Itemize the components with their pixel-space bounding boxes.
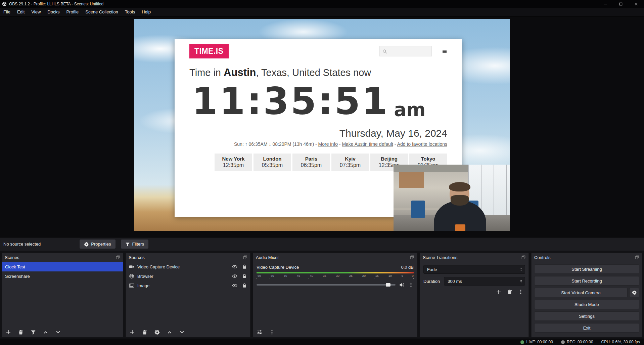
- scenes-panel-title: Scenes: [5, 255, 116, 260]
- menu-profile[interactable]: Profile: [63, 8, 82, 16]
- source-item-browser[interactable]: Browser: [126, 271, 250, 281]
- menu-docks[interactable]: Docks: [44, 8, 63, 16]
- duration-spinbox[interactable]: 300 ms: [444, 277, 525, 286]
- transition-select[interactable]: Fade: [423, 265, 525, 274]
- properties-button[interactable]: Properties: [80, 240, 115, 249]
- world-clock-kyiv: Kyiv07:35pm: [331, 154, 369, 171]
- popout-icon[interactable]: [410, 255, 414, 260]
- titlebar: OBS 29.1.2 - Profile: LLHLS BETA - Scene…: [0, 0, 644, 8]
- source-item-video-capture[interactable]: Video Capture Device: [126, 262, 250, 271]
- popout-icon[interactable]: [243, 255, 247, 260]
- menu-help[interactable]: Help: [138, 8, 154, 16]
- volume-meter: [257, 272, 414, 273]
- add-source-button[interactable]: [130, 330, 135, 335]
- live-status: LIVE: 00:00:00: [520, 340, 553, 344]
- globe-icon: [129, 273, 134, 279]
- scene-filters-button[interactable]: [31, 330, 36, 335]
- webcam-overlay: [394, 165, 510, 231]
- mixer-level-db: 0.0 dB: [401, 265, 414, 270]
- world-clock-newyork: New York12:35pm: [215, 154, 252, 171]
- menu-scene-collection[interactable]: Scene Collection: [82, 8, 122, 16]
- scene-transitions-panel: Scene Transitions Fade Duration 300 ms: [420, 253, 529, 337]
- close-button[interactable]: [629, 0, 644, 8]
- program-canvas[interactable]: TIME.IS Time in Austin, Texas, United St…: [134, 19, 510, 231]
- person-beard: [451, 195, 468, 206]
- transition-menu-button[interactable]: [518, 289, 523, 295]
- maximize-button[interactable]: [613, 0, 629, 8]
- filters-button[interactable]: Filters: [121, 240, 148, 249]
- add-favorite-link: Add to favorite locations: [397, 141, 447, 147]
- visibility-eye-icon[interactable]: [232, 283, 237, 288]
- remove-source-button[interactable]: [142, 330, 147, 335]
- timeis-heading: Time in Austin, Texas, United States now: [175, 58, 462, 79]
- webcam-chair: [411, 201, 425, 218]
- meter-ticks: [257, 278, 414, 279]
- person-snack: [455, 224, 465, 231]
- studio-mode-button[interactable]: Studio Mode: [534, 300, 639, 309]
- popout-icon[interactable]: [116, 255, 120, 260]
- start-streaming-button[interactable]: Start Streaming: [534, 264, 639, 274]
- volume-slider[interactable]: [257, 284, 396, 286]
- audio-mixer-panel-title: Audio Mixer: [256, 255, 410, 260]
- world-clock-london: London05:35pm: [254, 154, 291, 171]
- cpu-fps-status: CPU: 0.6%, 30.00 fps: [601, 340, 640, 344]
- minimize-button[interactable]: [598, 0, 613, 8]
- no-source-label: No source selected: [3, 242, 41, 247]
- scene-up-button[interactable]: [43, 330, 48, 335]
- source-properties-button[interactable]: [154, 330, 160, 335]
- source-up-button[interactable]: [167, 330, 172, 335]
- context-bar: No source selected Properties Filters: [0, 237, 644, 251]
- spinner-arrows-icon[interactable]: [519, 279, 523, 283]
- obs-window: OBS 29.1.2 - Profile: LLHLS BETA - Scene…: [0, 0, 644, 345]
- scene-down-button[interactable]: [55, 330, 61, 335]
- audio-mixer-panel: Audio Mixer Video Capture Device 0.0 dB …: [253, 253, 417, 337]
- more-info-link: More info: [318, 141, 338, 147]
- menubar: File Edit View Docks Profile Scene Colle…: [0, 8, 644, 16]
- camera-icon: [129, 264, 134, 269]
- source-down-button[interactable]: [179, 330, 185, 335]
- advanced-audio-button[interactable]: [257, 330, 262, 335]
- start-recording-button[interactable]: Start Recording: [534, 276, 639, 286]
- scene-item-screenshare[interactable]: Screenshare: [2, 271, 123, 281]
- remove-transition-button[interactable]: [507, 289, 512, 295]
- lock-icon[interactable]: [242, 283, 247, 288]
- window-title: OBS 29.1.2 - Profile: LLHLS BETA - Scene…: [9, 2, 598, 6]
- timeis-city: Austin: [224, 67, 256, 78]
- live-indicator-icon: [520, 340, 524, 344]
- remove-scene-button[interactable]: [18, 330, 24, 335]
- menu-tools[interactable]: Tools: [122, 8, 138, 16]
- speaker-icon[interactable]: [399, 282, 405, 288]
- lock-icon[interactable]: [242, 273, 247, 279]
- exit-button[interactable]: Exit: [534, 323, 639, 333]
- dock-area: Scenes Clock Test Screenshare Sources: [0, 251, 644, 339]
- timeis-sun-line: Sun: ↑ 06:35AM ↓ 08:20PM (13h 46m) - Mor…: [175, 139, 462, 147]
- mixer-channel-menu-icon[interactable]: [408, 282, 414, 288]
- add-transition-button[interactable]: [496, 289, 501, 295]
- webcam-ceiling: [394, 165, 470, 172]
- add-scene-button[interactable]: [6, 330, 11, 335]
- mixer-menu-button[interactable]: [269, 330, 275, 335]
- lock-icon[interactable]: [242, 264, 247, 269]
- controls-panel-title: Controls: [534, 255, 635, 260]
- rec-indicator-icon: [561, 340, 565, 344]
- scene-item-clock-test[interactable]: Clock Test: [2, 262, 123, 271]
- status-bar: LIVE: 00:00:00 REC: 00:00:00 CPU: 0.6%, …: [0, 339, 644, 345]
- volume-slider-handle[interactable]: [386, 283, 390, 287]
- duration-label: Duration: [423, 279, 440, 284]
- source-item-image[interactable]: Image: [126, 281, 250, 290]
- menu-edit[interactable]: Edit: [14, 8, 28, 16]
- visibility-eye-icon[interactable]: [232, 264, 237, 269]
- menu-view[interactable]: View: [28, 8, 44, 16]
- visibility-eye-icon[interactable]: [232, 273, 237, 279]
- popout-icon[interactable]: [635, 255, 639, 260]
- popout-icon[interactable]: [521, 255, 526, 260]
- menu-file[interactable]: File: [0, 8, 14, 16]
- start-virtual-camera-button[interactable]: Start Virtual Camera: [534, 288, 628, 297]
- scenes-panel: Scenes Clock Test Screenshare: [2, 253, 123, 337]
- settings-button[interactable]: Settings: [534, 311, 639, 321]
- virtual-camera-settings-button[interactable]: [629, 288, 639, 297]
- clock-time: 11:35:51: [192, 83, 389, 120]
- sources-panel-title: Sources: [129, 255, 243, 260]
- person-hair: [449, 182, 471, 192]
- controls-panel: Controls Start Streaming Start Recording…: [531, 253, 642, 337]
